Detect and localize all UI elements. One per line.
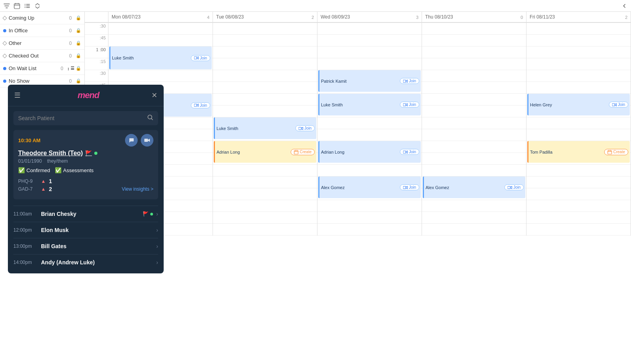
svg-rect-0	[14, 4, 20, 9]
chevron-left-icon[interactable]	[621, 2, 628, 9]
filter-icon[interactable]	[3, 2, 10, 9]
list-view-icon[interactable]	[24, 2, 31, 9]
toolbar	[0, 0, 631, 12]
collapse-icon[interactable]	[34, 2, 41, 9]
calendar-icon[interactable]	[13, 2, 21, 9]
